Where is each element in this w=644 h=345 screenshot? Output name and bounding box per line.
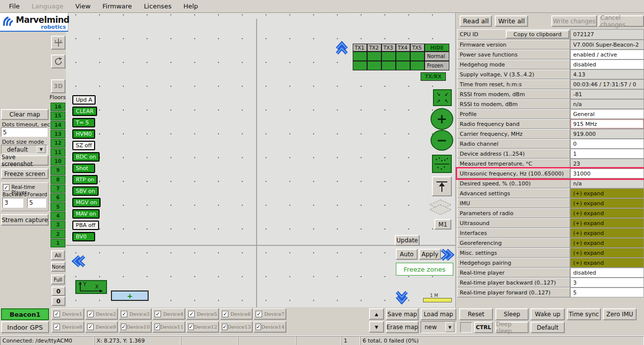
tx-cell[interactable] <box>381 52 396 61</box>
chevron-down-icon[interactable]: ▼ <box>445 322 454 332</box>
indoor-gps-button[interactable]: Indoor GPS <box>1 321 49 333</box>
chevron-double-left-icon[interactable] <box>72 254 86 268</box>
device-toggle[interactable]: ✓ Device1 <box>52 308 84 320</box>
param-value[interactable]: disabled <box>570 268 644 278</box>
param-value[interactable]: n/a <box>570 99 644 109</box>
param-value[interactable]: -81 <box>570 89 644 99</box>
wake-up-button[interactable]: Wake up <box>531 308 565 320</box>
param-value[interactable]: 00:03:46 / 17:31:57 / 0 <box>570 79 644 89</box>
param-row[interactable]: Misc. settings (+) expand <box>457 248 644 258</box>
floor-button[interactable]: 14 <box>51 121 65 129</box>
device-toggle[interactable]: ✓ Device13 <box>220 321 253 333</box>
device-checkbox[interactable]: ✓ <box>222 324 227 330</box>
device-checkbox[interactable]: ✓ <box>121 324 126 330</box>
sleep-button[interactable]: Sleep <box>495 308 529 320</box>
tx-cell[interactable] <box>353 52 367 61</box>
device-checkbox[interactable]: ✓ <box>256 324 261 330</box>
param-row[interactable]: Georeferencing (+) expand <box>457 238 644 248</box>
erase-map-button[interactable]: Erase map <box>386 321 419 333</box>
device-checkbox[interactable]: ✓ <box>54 324 60 330</box>
write-changes-button[interactable]: Write changes <box>551 15 597 27</box>
param-row[interactable]: Real-time player forward (0..127) 5 <box>457 288 644 297</box>
floor-button[interactable]: 4 <box>51 212 65 220</box>
param-row[interactable]: Carrier frequency, MHz 919.000 <box>457 129 644 139</box>
tx-header[interactable]: TX5 <box>410 44 425 52</box>
param-value[interactable]: 23 <box>570 159 644 169</box>
copy-to-clipboard-button[interactable]: Copy to clipboard <box>506 30 569 39</box>
ctrl-checkbox[interactable] <box>460 322 472 333</box>
menu-item[interactable]: Licenses <box>138 1 177 11</box>
add-submap-button[interactable]: + <box>111 290 149 301</box>
zoom-out-button[interactable]: − <box>430 130 453 151</box>
tx-header[interactable]: TX3 <box>381 44 396 52</box>
device-checkbox[interactable]: ✓ <box>188 324 194 330</box>
param-value[interactable]: disabled <box>570 59 644 69</box>
param-row[interactable]: Advanced settings (+) expand <box>457 188 644 198</box>
view-3d-button[interactable]: 3D <box>51 79 65 93</box>
rotate-icon[interactable] <box>51 55 65 68</box>
device-toggle[interactable]: ✓ Device6 <box>220 308 253 320</box>
map-command-button[interactable]: BV0 <box>72 232 95 241</box>
map-command-button[interactable]: MGV on <box>72 198 101 207</box>
map-command-button[interactable]: BDC on <box>72 152 100 162</box>
param-row[interactable]: Real-time player backward (0..127) 3 <box>457 278 644 288</box>
update-button[interactable]: Update <box>395 235 420 246</box>
load-map-button[interactable]: Load map <box>421 308 456 320</box>
param-row[interactable]: Parameters of radio (+) expand <box>457 208 644 218</box>
axes-icon[interactable]: xy <box>51 36 65 50</box>
tx-cell[interactable] <box>396 61 410 70</box>
floors-full-button[interactable]: Full <box>51 275 65 285</box>
param-value[interactable]: (+) expand <box>570 188 644 198</box>
dots-display-icon[interactable] <box>432 155 452 173</box>
device-toggle[interactable]: ✓ Device9 <box>85 321 118 333</box>
param-row[interactable]: Radio channel 0 <box>457 139 644 149</box>
floor-button[interactable]: 9 <box>51 166 65 174</box>
layers-icon[interactable] <box>428 198 453 219</box>
device-toggle[interactable]: ✓ Device5 <box>186 308 219 320</box>
param-value[interactable]: 1 <box>570 149 644 159</box>
param-row[interactable]: Hedgehogs pairing (+) expand <box>457 258 644 268</box>
param-value[interactable]: (+) expand <box>570 208 644 218</box>
tx-cell[interactable] <box>367 61 381 70</box>
menu-item[interactable]: Help <box>177 1 204 11</box>
tx-header[interactable]: TX4 <box>396 44 410 52</box>
menu-item[interactable]: View <box>69 1 97 11</box>
apply-button[interactable]: Apply <box>419 249 441 260</box>
tx-header[interactable]: TX2 <box>367 44 381 52</box>
device-checkbox[interactable]: ✓ <box>188 311 195 317</box>
param-value[interactable]: (+) expand <box>570 248 644 258</box>
param-value[interactable]: 915 MHz <box>570 119 644 129</box>
map-command-button[interactable]: Upd A <box>72 95 96 105</box>
floor-button[interactable]: 11 <box>51 148 65 157</box>
device-checkbox[interactable]: ✓ <box>256 311 262 317</box>
auto-button[interactable]: Auto <box>396 249 418 260</box>
tx-cell[interactable] <box>353 61 367 70</box>
device-toggle[interactable]: ✓ Device7 <box>254 308 286 320</box>
dots-size-select[interactable]: default ▼ <box>1 145 48 154</box>
tx-cell[interactable] <box>396 52 410 61</box>
param-row[interactable]: Profile General <box>457 109 644 119</box>
tx-cell[interactable] <box>410 61 425 70</box>
menu-item[interactable]: Firmware <box>97 1 138 11</box>
reset-button[interactable]: Reset <box>459 308 493 320</box>
device-checkbox[interactable]: ✓ <box>54 311 60 317</box>
map-command-button[interactable]: SBV on <box>72 186 99 196</box>
param-value[interactable]: General <box>570 109 644 119</box>
fit-to-screen-icon[interactable]: ↘↙↗↖ <box>433 89 452 106</box>
zoom-in-button[interactable]: + <box>430 108 453 130</box>
device-checkbox[interactable]: ✓ <box>155 311 161 317</box>
floor-button[interactable]: 16 <box>51 103 65 111</box>
param-row[interactable]: IMU (+) expand <box>457 198 644 208</box>
map-command-button[interactable]: HVM0 <box>72 129 95 139</box>
time-sync-button[interactable]: Time sync <box>567 308 601 320</box>
floor-button[interactable]: 13 <box>51 130 65 138</box>
param-value[interactable]: enabled / active <box>570 50 644 59</box>
floor-button[interactable]: 6 <box>51 193 65 202</box>
param-row[interactable]: Hedgehog mode disabled <box>457 59 644 69</box>
m1-button[interactable]: M1 <box>434 219 451 230</box>
menu-item[interactable]: Language <box>26 1 69 11</box>
floors-all-button[interactable]: All <box>51 250 65 260</box>
param-value[interactable]: (+) expand <box>570 258 644 268</box>
floor-button[interactable]: 12 <box>51 139 65 147</box>
floor-button[interactable]: 1 <box>51 239 65 247</box>
